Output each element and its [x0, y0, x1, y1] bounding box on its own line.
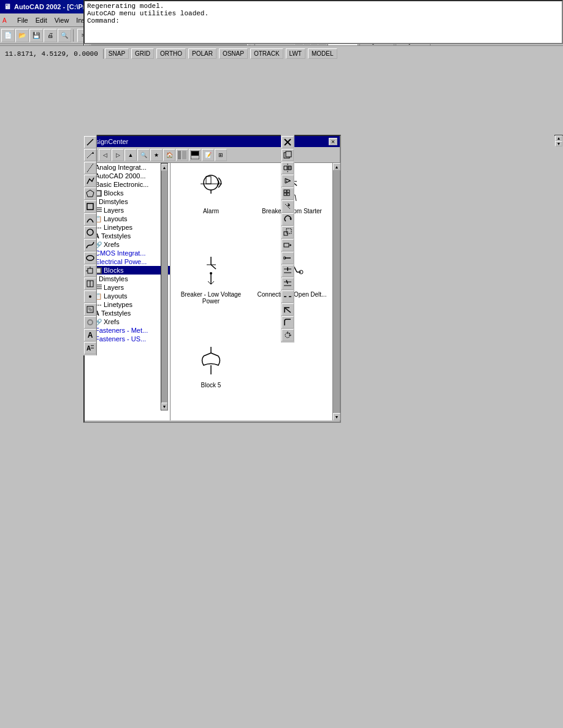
- dc-preview-scrollbar[interactable]: ▲ ▼: [332, 163, 340, 420]
- tree-item-layouts2[interactable]: 📋 Layouts: [85, 292, 170, 300]
- scroll-up-btn[interactable]: ▲: [333, 163, 340, 170]
- draw-text-button[interactable]: A: [84, 329, 96, 341]
- dc-back-button[interactable]: ◁: [99, 149, 111, 161]
- print-preview-button[interactable]: 🔍: [58, 29, 71, 42]
- modify-break-button[interactable]: [282, 290, 294, 303]
- modify-stretch-button[interactable]: [282, 239, 294, 251]
- tree-item-xrefs2[interactable]: 🔗 Xrefs: [85, 317, 170, 326]
- draw-arc-button[interactable]: [84, 213, 96, 226]
- menu-file[interactable]: File: [13, 15, 32, 25]
- tree-item-analog[interactable]: 📄 Analog Integrat...: [85, 163, 170, 172]
- open-button[interactable]: 📂: [15, 29, 29, 42]
- tree-item-dimstyles2[interactable]: ↕ Dimstyles: [85, 275, 170, 283]
- dc-favorites-button[interactable]: ★: [150, 149, 163, 161]
- modify-array-button[interactable]: [282, 188, 294, 200]
- tree-item-linetypes1[interactable]: Linetypes: [85, 223, 170, 232]
- modify-fillet-button[interactable]: [282, 316, 294, 328]
- draw-circle-button[interactable]: [84, 226, 96, 238]
- draw-hatch-button[interactable]: [84, 303, 96, 316]
- tree-item-layouts1[interactable]: 📋 Layouts: [85, 214, 170, 223]
- cad-vscroll[interactable]: ▲ ▼: [554, 135, 563, 136]
- modify-mirror-button[interactable]: [282, 162, 294, 174]
- menu-view[interactable]: View: [51, 15, 73, 25]
- draw-insert-button[interactable]: [84, 265, 96, 277]
- tree-item-fasteners-met[interactable]: 📄 Fasteners - Met...: [85, 326, 170, 335]
- save-button[interactable]: 💾: [29, 29, 43, 42]
- osnap-button[interactable]: OSNAP: [219, 48, 248, 59]
- tree-item-layers1[interactable]: Layers: [85, 206, 170, 214]
- draw-region-button[interactable]: [84, 316, 96, 328]
- draw-rect-button[interactable]: [84, 200, 96, 213]
- cad-scroll-down[interactable]: ▼: [555, 141, 562, 146]
- draw-ray-button[interactable]: [84, 149, 96, 161]
- modify-offset-button[interactable]: [282, 175, 294, 187]
- draw-line-button[interactable]: [84, 136, 96, 148]
- block-preview-breaker-low: [193, 252, 229, 289]
- tree-item-layers2[interactable]: Layers: [85, 283, 170, 292]
- snap-button[interactable]: SNAP: [105, 48, 129, 59]
- cad-scroll-up[interactable]: ▲: [555, 135, 562, 141]
- tree-item-fasteners-us[interactable]: 📄 Fasteners - US...: [85, 335, 170, 343]
- draw-mtext-button[interactable]: A: [84, 342, 96, 354]
- tree-item-autocad2000[interactable]: 📄 AutoCAD 2000...: [85, 172, 170, 180]
- menu-edit[interactable]: Edit: [32, 15, 51, 25]
- new-button[interactable]: 📄: [1, 29, 15, 42]
- otrack-button[interactable]: OTRACK: [250, 48, 283, 59]
- scroll-down-btn[interactable]: ▼: [333, 413, 340, 420]
- tree-item-textstyles1[interactable]: A Textstyles: [85, 232, 170, 240]
- tree-item-blocks1[interactable]: 🔲 Blocks: [85, 189, 170, 197]
- tree-item-electrical[interactable]: 📄 Electrical Powe...: [85, 257, 170, 266]
- modify-scale-button[interactable]: [282, 226, 294, 238]
- print-button[interactable]: 🖨: [44, 29, 57, 42]
- svg-line-103: [286, 280, 288, 284]
- draw-pline-button[interactable]: [84, 175, 96, 187]
- draw-polygon-button[interactable]: [84, 188, 96, 200]
- tree-scroll-up[interactable]: ▲: [161, 164, 167, 171]
- tree-item-cmos[interactable]: 📄 CMOS Integrat...: [85, 249, 170, 257]
- polar-button[interactable]: POLAR: [188, 48, 216, 59]
- modify-move-button[interactable]: [282, 200, 294, 213]
- tree-item-blocks2[interactable]: 🔲 Blocks: [85, 266, 170, 275]
- modify-chamfer-button[interactable]: [282, 303, 294, 316]
- dc-desc-button[interactable]: 📝: [202, 149, 214, 161]
- modify-extend-button[interactable]: [282, 278, 294, 290]
- dc-up-button[interactable]: ▲: [124, 149, 137, 161]
- model-button[interactable]: MODEL: [308, 48, 337, 59]
- dc-preview-button[interactable]: [189, 149, 201, 161]
- dc-search-button[interactable]: 🔍: [137, 149, 150, 161]
- tree-label-dimstyles2: Dimstyles: [99, 275, 128, 282]
- lwt-button[interactable]: LWT: [286, 48, 305, 59]
- draw-construct-button[interactable]: [84, 162, 96, 174]
- block-item-generic[interactable]: Block 5: [170, 337, 251, 420]
- tree-item-xrefs1[interactable]: 🔗 Xrefs: [85, 240, 170, 249]
- block-item-breaker-low[interactable]: Breaker - Low Voltage Power: [170, 246, 251, 336]
- draw-spline-button[interactable]: [84, 239, 96, 251]
- modify-lengthen-button[interactable]: [282, 252, 294, 264]
- command-line-area[interactable]: Regenerating model. AutoCAD menu utiliti…: [83, 0, 563, 44]
- draw-point-button[interactable]: [84, 290, 96, 303]
- draw-block-button[interactable]: [84, 278, 96, 290]
- tree-item-textstyles2[interactable]: A Textstyles: [85, 309, 170, 317]
- svg-marker-95: [290, 244, 291, 246]
- dc-tree-button[interactable]: [176, 149, 188, 161]
- dc-close-button[interactable]: ×: [329, 138, 337, 145]
- block-item-alarm[interactable]: Alarm: [170, 163, 251, 246]
- dc-home-button[interactable]: 🏠: [163, 149, 175, 161]
- modify-rotate-button[interactable]: [282, 213, 294, 226]
- dc-views-button[interactable]: ⊞: [215, 149, 227, 161]
- tree-item-dimstyles1[interactable]: ↕ Dimstyles: [85, 197, 170, 206]
- tree-label-fasteners-us: Fasteners - US...: [95, 335, 146, 343]
- dc-forward-button[interactable]: ▷: [112, 149, 124, 161]
- modify-explode-button[interactable]: [282, 329, 294, 341]
- svg-marker-82: [284, 166, 287, 170]
- modify-trim-button[interactable]: [282, 265, 294, 277]
- ortho-button[interactable]: ORTHO: [156, 48, 186, 59]
- modify-copy-button[interactable]: [282, 149, 294, 161]
- grid-button[interactable]: GRID: [131, 48, 154, 59]
- modify-erase-button[interactable]: [282, 136, 294, 148]
- draw-ellipse-button[interactable]: [84, 252, 96, 264]
- tree-item-linetypes2[interactable]: Linetypes: [85, 300, 170, 309]
- dc-tree-scrollbar[interactable]: ▲ ▼: [161, 163, 168, 411]
- tree-item-basic[interactable]: 📄 Basic Electronic...: [85, 180, 170, 189]
- tree-scroll-down[interactable]: ▼: [161, 403, 167, 410]
